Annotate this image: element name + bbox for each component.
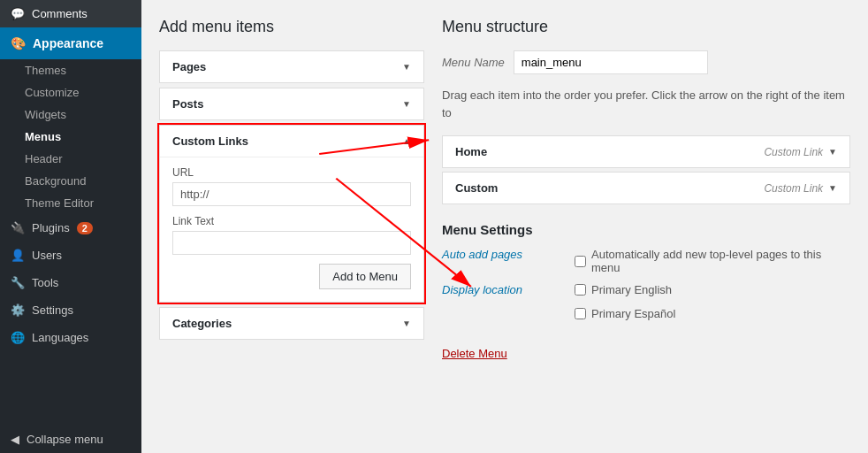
auto-add-row: Auto add pages Automatically add new top… bbox=[442, 248, 850, 274]
menu-name-row: Menu Name bbox=[442, 50, 850, 74]
menu-name-input[interactable] bbox=[514, 50, 708, 74]
sidebar-sub-background[interactable]: Background bbox=[0, 170, 141, 192]
link-text-input[interactable] bbox=[172, 231, 411, 255]
location-primary-espanol: Primary Español bbox=[575, 307, 675, 320]
menu-structure-title: Menu structure bbox=[442, 18, 850, 36]
tools-icon: 🔧 bbox=[11, 276, 25, 289]
sidebar-item-label: Tools bbox=[32, 276, 58, 289]
categories-accordion-header[interactable]: Categories ▼ bbox=[160, 308, 423, 339]
menu-name-label: Menu Name bbox=[442, 56, 505, 69]
sidebar-item-users[interactable]: 👤 Users bbox=[0, 242, 141, 269]
settings-icon: ⚙️ bbox=[11, 303, 25, 317]
widgets-label: Widgets bbox=[25, 108, 66, 121]
sidebar-item-label: Plugins bbox=[32, 221, 70, 234]
url-label: URL bbox=[172, 166, 411, 179]
users-icon: 👤 bbox=[11, 249, 25, 262]
sidebar-sub-theme-editor[interactable]: Theme Editor bbox=[0, 192, 141, 214]
link-text-row: Link Text bbox=[172, 215, 411, 255]
theme-editor-label: Theme Editor bbox=[25, 196, 94, 210]
url-row: URL bbox=[172, 166, 411, 206]
custom-links-accordion: Custom Links ▲ URL Link Text Add to Menu bbox=[159, 125, 424, 303]
pages-arrow-icon: ▼ bbox=[402, 62, 411, 72]
menu-item-custom: Custom Custom Link ▼ bbox=[442, 172, 850, 204]
url-input[interactable] bbox=[172, 182, 411, 206]
pages-accordion-header[interactable]: Pages ▼ bbox=[160, 51, 423, 82]
categories-label: Categories bbox=[172, 317, 232, 330]
themes-label: Themes bbox=[25, 64, 66, 77]
posts-arrow-icon: ▼ bbox=[402, 99, 411, 109]
auto-add-text: Automatically add new top-level pages to… bbox=[591, 248, 850, 274]
languages-icon: 🌐 bbox=[11, 331, 25, 344]
location-primary-english: Primary English bbox=[575, 283, 672, 296]
pages-accordion: Pages ▼ bbox=[159, 50, 424, 83]
sidebar-sub-menus[interactable]: Menus bbox=[0, 126, 141, 148]
custom-links-arrow-icon: ▲ bbox=[402, 136, 411, 146]
sidebar-item-tools[interactable]: 🔧 Tools bbox=[0, 269, 141, 296]
sidebar-item-collapse[interactable]: ◀ Collapse menu bbox=[0, 426, 141, 453]
background-label: Background bbox=[25, 174, 86, 188]
main-content: Add menu items Pages ▼ Posts ▼ Custom Li… bbox=[141, 0, 868, 453]
add-to-menu-button[interactable]: Add to Menu bbox=[319, 264, 411, 289]
right-column: Menu structure Menu Name Drag each item … bbox=[442, 18, 850, 360]
sidebar-sub-widgets[interactable]: Widgets bbox=[0, 104, 141, 126]
left-column: Add menu items Pages ▼ Posts ▼ Custom Li… bbox=[159, 18, 424, 360]
sidebar-item-settings[interactable]: ⚙️ Settings bbox=[0, 296, 141, 324]
categories-arrow-icon: ▼ bbox=[402, 319, 411, 328]
menu-item-home-arrow-icon[interactable]: ▼ bbox=[828, 147, 837, 157]
menu-item-home: Home Custom Link ▼ bbox=[442, 135, 850, 168]
menu-item-custom-arrow-icon[interactable]: ▼ bbox=[828, 183, 837, 193]
comments-icon: 💬 bbox=[11, 7, 25, 20]
custom-links-body: URL Link Text Add to Menu bbox=[160, 157, 423, 302]
sidebar-item-appearance[interactable]: 🎨 Appearance bbox=[0, 27, 141, 59]
sidebar-item-label: Comments bbox=[32, 7, 88, 20]
header-label: Header bbox=[25, 152, 63, 165]
primary-espanol-label: Primary Español bbox=[591, 307, 675, 320]
menus-label: Menus bbox=[25, 130, 61, 143]
link-text-label: Link Text bbox=[172, 215, 411, 227]
sidebar-item-label: Settings bbox=[32, 303, 73, 317]
menu-item-custom-label: Custom bbox=[455, 181, 498, 195]
sidebar-item-label: Appearance bbox=[33, 36, 103, 50]
sidebar: 💬 Comments 🎨 Appearance Themes Customize… bbox=[0, 0, 141, 453]
posts-accordion: Posts ▼ bbox=[159, 88, 424, 120]
plugins-badge: 2 bbox=[77, 222, 93, 234]
menu-settings-title: Menu Settings bbox=[442, 222, 850, 237]
auto-add-checkbox[interactable] bbox=[575, 256, 586, 267]
sidebar-sub-header[interactable]: Header bbox=[0, 148, 141, 170]
primary-english-checkbox[interactable] bbox=[575, 284, 586, 296]
sidebar-item-label: Users bbox=[32, 249, 62, 262]
collapse-icon: ◀ bbox=[11, 433, 19, 446]
delete-menu-link[interactable]: Delete Menu bbox=[442, 347, 507, 360]
menu-item-home-label: Home bbox=[455, 145, 487, 158]
drag-hint: Drag each item into the order you prefer… bbox=[442, 87, 850, 121]
sidebar-sub-customize[interactable]: Customize bbox=[0, 81, 141, 104]
appearance-icon: 🎨 bbox=[11, 36, 26, 50]
add-menu-items-title: Add menu items bbox=[159, 18, 424, 36]
custom-links-label: Custom Links bbox=[172, 134, 248, 148]
plugins-icon: 🔌 bbox=[11, 221, 25, 234]
menu-item-home-type: Custom Link ▼ bbox=[764, 146, 837, 158]
posts-label: Posts bbox=[172, 97, 203, 111]
auto-add-value: Automatically add new top-level pages to… bbox=[575, 248, 850, 274]
primary-espanol-checkbox[interactable] bbox=[575, 308, 586, 319]
sidebar-item-label: Languages bbox=[32, 331, 88, 344]
categories-accordion: Categories ▼ bbox=[159, 307, 424, 340]
posts-accordion-header[interactable]: Posts ▼ bbox=[160, 88, 423, 119]
pages-label: Pages bbox=[172, 60, 206, 73]
collapse-label: Collapse menu bbox=[27, 433, 103, 446]
custom-links-accordion-header[interactable]: Custom Links ▲ bbox=[160, 126, 423, 157]
display-location-row: Display location Primary English Primary… bbox=[442, 283, 850, 326]
sidebar-item-comments[interactable]: 💬 Comments bbox=[0, 0, 141, 27]
customize-label: Customize bbox=[25, 86, 79, 99]
menu-item-custom-type: Custom Link ▼ bbox=[764, 182, 837, 195]
primary-english-label: Primary English bbox=[591, 283, 672, 296]
sidebar-item-languages[interactable]: 🌐 Languages bbox=[0, 324, 141, 351]
auto-add-label: Auto add pages bbox=[442, 248, 557, 274]
sidebar-sub-themes[interactable]: Themes bbox=[0, 59, 141, 81]
display-location-label: Display location bbox=[442, 283, 557, 326]
sidebar-item-plugins[interactable]: 🔌 Plugins 2 bbox=[0, 214, 141, 242]
display-location-value: Primary English Primary Español bbox=[575, 283, 850, 326]
